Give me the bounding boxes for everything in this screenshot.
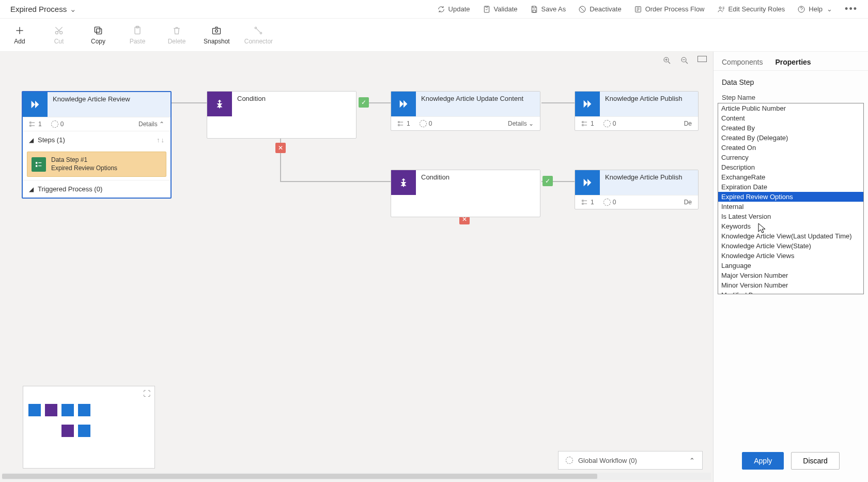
svg-rect-23 [582, 122, 583, 123]
horizontal-scrollbar[interactable] [2, 473, 711, 480]
stage-review[interactable]: Knowledge Article Review 1 0 Details ⌃ S… [22, 91, 172, 199]
details-toggle[interactable]: De [684, 120, 692, 127]
deactivate-button[interactable]: Deactivate [578, 5, 621, 13]
dropdown-option[interactable]: Currency [718, 153, 863, 162]
stage-icon [391, 92, 416, 116]
dropdown-option[interactable]: Created By (Delegate) [718, 133, 863, 143]
stage-title: Knowledge Article Update Content [416, 92, 540, 116]
dropdown-option[interactable]: Minor Version Number [718, 280, 863, 290]
stage-icon [575, 170, 600, 195]
zoom-out-icon[interactable] [680, 56, 689, 65]
process-title[interactable]: Expired Process ⌄ [10, 5, 76, 14]
dropdown-option[interactable]: Knowledge Article Views [718, 251, 863, 261]
check-icon: ✓ [542, 176, 553, 186]
steps-count: 1 [29, 120, 42, 128]
tab-properties[interactable]: Properties [775, 58, 811, 66]
update-button[interactable]: Update [437, 5, 470, 13]
connector-line [280, 181, 393, 182]
steps-count: 1 [581, 120, 594, 127]
mm-node [28, 404, 41, 416]
svg-rect-17 [30, 122, 31, 123]
dropdown-option[interactable]: Created On [718, 143, 863, 153]
dropdown-option[interactable]: Keywords [718, 221, 863, 231]
global-workflow-bar[interactable]: Global Workflow (0) ⌃ [558, 451, 703, 470]
discard-button[interactable]: Discard [791, 452, 839, 470]
dropdown-option[interactable]: Modified By [718, 290, 863, 294]
dropdown-option[interactable]: Article Public Number [718, 103, 863, 113]
dropdown-option[interactable]: Created By [718, 123, 863, 133]
x-icon: ✕ [275, 143, 286, 153]
global-workflow-label: Global Workflow (0) [578, 457, 637, 464]
steps-count: 1 [397, 120, 410, 127]
chevron-down-icon: ⌄ [827, 5, 832, 13]
expand-icon[interactable]: ⛶ [143, 389, 150, 398]
snapshot-tool[interactable]: Snapshot [204, 25, 230, 45]
svg-rect-22 [398, 125, 399, 126]
dropdown-option[interactable]: Internal [718, 202, 863, 212]
data-step-card[interactable]: Data Step #1 Expired Review Options [27, 152, 166, 177]
dropdown-option[interactable]: ExchangeRate [718, 172, 863, 182]
dropdown-option[interactable]: Expiration Date [718, 182, 863, 192]
dropdown-option[interactable]: Content [718, 113, 863, 123]
details-toggle[interactable]: Details ⌄ [508, 120, 534, 127]
dropdown-option[interactable]: Expired Review Options [718, 192, 863, 202]
steps-header[interactable]: Steps (1) ↑↓ [23, 131, 171, 148]
triggers-count: 0 [603, 120, 616, 127]
svg-point-12 [215, 29, 218, 32]
svg-point-14 [260, 32, 262, 34]
triggered-header[interactable]: Triggered Process (0) [23, 180, 171, 198]
tab-components[interactable]: Components [722, 58, 763, 66]
validate-label: Validate [494, 5, 518, 13]
stage-condition-1[interactable]: Condition [207, 91, 357, 139]
svg-rect-20 [36, 165, 37, 167]
dropdown-option[interactable]: Description [718, 162, 863, 172]
saveas-button[interactable]: Save As [530, 5, 566, 13]
add-label: Add [14, 38, 25, 45]
mm-node [78, 425, 90, 437]
stage-title: Knowledge Article Publish [600, 92, 698, 116]
process-title-text: Expired Process [10, 5, 67, 13]
data-step-icon [32, 157, 46, 172]
zoom-in-icon[interactable] [662, 56, 672, 65]
data-field-dropdown[interactable]: Article Public NumberContentCreated ByCr… [718, 103, 864, 294]
details-toggle[interactable]: De [684, 199, 692, 206]
delete-tool: Delete [164, 25, 189, 45]
validate-button[interactable]: Validate [483, 5, 518, 13]
step-name-label: Step Name [722, 94, 860, 101]
properties-panel: Components Properties Data Step Step Nam… [713, 52, 868, 482]
steps-count: 1 [581, 199, 594, 206]
apply-button[interactable]: Apply [742, 452, 784, 470]
stage-publish-2[interactable]: Knowledge Article Publish 1 0 De [575, 170, 699, 209]
minimap[interactable]: ⛶ [23, 386, 155, 469]
more-button[interactable]: ••• [845, 4, 858, 14]
help-button[interactable]: Help ⌄ [797, 5, 832, 13]
triggered-label: Triggered Process (0) [38, 185, 102, 193]
copy-tool[interactable]: Copy [86, 25, 111, 45]
connector-label: Connector [244, 38, 273, 45]
delete-label: Delete [168, 38, 186, 45]
security-button[interactable]: Edit Security Roles [717, 5, 785, 13]
dropdown-option[interactable]: Major Version Number [718, 270, 863, 280]
stage-title: Knowledge Article Publish [600, 170, 698, 195]
mm-node [61, 404, 74, 416]
dropdown-option[interactable]: Language [718, 261, 863, 270]
update-label: Update [448, 5, 470, 13]
dropdown-option[interactable]: Knowledge Article View(Last Updated Time… [718, 231, 863, 241]
stage-title: Condition [232, 92, 356, 116]
stage-update-content[interactable]: Knowledge Article Update Content 1 0 Det… [391, 91, 540, 131]
canvas[interactable]: ✓ ✕ ✓ ✕ Knowledge Article Review 1 0 Det… [0, 52, 713, 482]
dropdown-option[interactable]: Is Latest Version [718, 212, 863, 221]
snapshot-label: Snapshot [204, 38, 230, 45]
stage-publish-1[interactable]: Knowledge Article Publish 1 0 De [575, 91, 699, 131]
triggers-count: 0 [420, 120, 432, 127]
connector-tool: Connector [244, 25, 273, 45]
stage-condition-2[interactable]: Condition [391, 170, 540, 217]
dropdown-option[interactable]: Knowledge Article View(State) [718, 241, 863, 251]
details-toggle[interactable]: Details ⌃ [138, 120, 164, 128]
check-icon: ✓ [359, 97, 369, 108]
order-label: Order Process Flow [645, 5, 705, 13]
add-tool[interactable]: Add [7, 25, 32, 45]
svg-rect-8 [95, 27, 100, 32]
order-button[interactable]: Order Process Flow [634, 5, 705, 13]
fit-screen-icon[interactable] [698, 56, 707, 62]
